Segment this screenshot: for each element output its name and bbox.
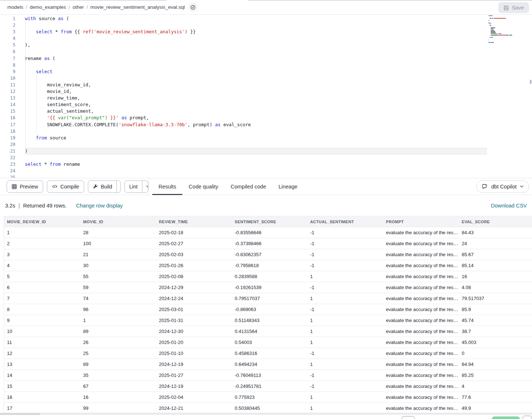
- minimap-line: [488, 35, 524, 35]
- lint-button[interactable]: Lint: [125, 181, 142, 192]
- bottom-bar-button[interactable]: [402, 416, 415, 419]
- dbt-copilot-button[interactable]: dbt Copilot: [476, 180, 529, 193]
- cell-sentiment_score: -0.869063: [232, 307, 307, 312]
- cell-prompt: evaluate the accuracy of the res…: [383, 318, 459, 323]
- tab-lineage[interactable]: Lineage: [272, 178, 304, 195]
- table-row: 13892024-12-190.64942341evaluate the acc…: [4, 359, 532, 370]
- code-line[interactable]: 23select * from rename: [0, 161, 532, 168]
- cell-eval_score: 85.9: [459, 307, 532, 312]
- code-line[interactable]: 3 select * from {{ ref('movie_review_sen…: [0, 29, 532, 35]
- code-line[interactable]: 7rename as (: [0, 55, 532, 62]
- cell-eval_score: 84.43: [459, 230, 532, 235]
- code-line[interactable]: 19 from source: [0, 135, 532, 141]
- code-line[interactable]: 25: [0, 174, 532, 178]
- cell-review_time: 2025-01-31: [156, 318, 232, 323]
- line-number: 25: [0, 174, 15, 178]
- cell-eval_score: 79.517037: [459, 296, 532, 301]
- results-tabs: ResultsCode qualityCompiled codeLineage: [152, 178, 304, 195]
- table-header-row: MOVIE_REVIEW_IDMOVIE_IDREVIEW_TIMESENTIM…: [4, 216, 532, 227]
- build-button-group: Build: [88, 180, 121, 193]
- cell-prompt: evaluate the accuracy of the res…: [383, 241, 459, 246]
- minimap-line: [488, 25, 524, 26]
- copilot-label: dbt Copilot: [491, 184, 517, 190]
- cell-prompt: evaluate the accuracy of the res…: [383, 263, 459, 268]
- minimap-line: [488, 41, 524, 41]
- cell-movie_id: 67: [80, 384, 156, 389]
- horizontal-scrollbar-thumb[interactable]: [0, 413, 40, 415]
- code-line[interactable]: 12 movie_id,: [0, 88, 532, 95]
- code-line[interactable]: 8: [0, 62, 532, 68]
- build-dropdown-chevron[interactable]: [116, 181, 121, 192]
- breadcrumb-segment[interactable]: models: [7, 4, 23, 10]
- code-line[interactable]: 18: [0, 128, 532, 135]
- code-line[interactable]: 1with source as (: [0, 15, 532, 22]
- code-line[interactable]: 13 review_time,: [0, 95, 532, 101]
- cell-review_time: 2024-12-21: [156, 405, 232, 411]
- save-button[interactable]: Save: [498, 2, 529, 13]
- minimap-line: [488, 36, 524, 37]
- editor-minimap[interactable]: [488, 15, 524, 43]
- cell-eval_score: 24: [459, 241, 532, 246]
- cell-movie_id: 96: [80, 307, 156, 312]
- cell-movie_review_id: 13: [4, 362, 80, 367]
- action-buttons: Preview Compile: [0, 178, 149, 195]
- code-line[interactable]: 17 SNOWFLAKE.CORTEX.COMPLETE('snowflake-…: [0, 121, 532, 128]
- status-separator: |: [18, 203, 20, 209]
- prompt-preview-text: evaluate the accuracy of the res…: [386, 405, 458, 411]
- preview-button[interactable]: Preview: [7, 180, 43, 193]
- code-line[interactable]: 6: [0, 48, 532, 55]
- code-line[interactable]: 21): [0, 148, 532, 154]
- change-row-display-link[interactable]: Change row display: [76, 203, 123, 209]
- line-number: 3: [0, 29, 15, 35]
- cell-eval_score: 4: [459, 384, 532, 389]
- code-line[interactable]: 10: [0, 75, 532, 82]
- tab-compiled-code[interactable]: Compiled code: [224, 178, 272, 195]
- cell-movie_id: 25: [80, 351, 156, 356]
- minimap-line: [488, 37, 524, 38]
- cell-movie_id: 35: [80, 373, 156, 378]
- prompt-preview-text: evaluate the accuracy of the res…: [386, 263, 458, 268]
- lint-dropdown-chevron[interactable]: [142, 181, 148, 192]
- cell-sentiment_score: -0.24951781: [232, 384, 307, 389]
- code-line[interactable]: 9 select: [0, 68, 532, 75]
- code-line[interactable]: 16 '{{ var("eval_prompt") }}' as prompt,: [0, 115, 532, 121]
- prompt-preview-text: evaluate the accuracy of the res…: [386, 307, 458, 312]
- code-line[interactable]: 15 actual_sentiment,: [0, 108, 532, 115]
- tab-results[interactable]: Results: [152, 178, 182, 195]
- code-line[interactable]: 2: [0, 22, 532, 29]
- build-button[interactable]: Build: [88, 181, 116, 192]
- table-row: 17992024-12-210.503804451evaluate the ac…: [4, 403, 532, 414]
- bottom-bar-help-button[interactable]: [522, 416, 532, 419]
- breadcrumb-segment[interactable]: other: [72, 4, 84, 10]
- code-line[interactable]: 20: [0, 141, 532, 148]
- copilot-edit-icon[interactable]: [189, 3, 197, 12]
- code-line[interactable]: 11 movie_review_id,: [0, 82, 532, 88]
- code-text: select * from rename: [25, 161, 487, 168]
- cell-movie_review_id: 4: [4, 263, 80, 268]
- cell-sentiment_score: -0.83556646: [232, 230, 307, 235]
- cell-actual_sentiment: 1: [307, 362, 383, 367]
- code-line[interactable]: 24: [0, 168, 532, 174]
- line-number: 17: [0, 121, 15, 128]
- code-text: from source: [25, 135, 487, 141]
- breadcrumb-segment[interactable]: demo_examples: [30, 4, 66, 10]
- minimap-line: [488, 20, 524, 21]
- code-line[interactable]: 4: [0, 35, 532, 42]
- cell-movie_id: 99: [80, 405, 156, 411]
- cell-prompt: evaluate the accuracy of the res…: [383, 405, 459, 411]
- cell-movie_review_id: 11: [4, 340, 80, 345]
- cell-prompt: evaluate the accuracy of the res…: [383, 384, 459, 389]
- code-line[interactable]: 22: [0, 154, 532, 161]
- cell-movie_id: 89: [80, 362, 156, 367]
- cell-sentiment_score: -0.37398466: [232, 241, 307, 246]
- tab-code-quality[interactable]: Code quality: [182, 178, 224, 195]
- code-line[interactable]: 14 sentiment_score,: [0, 101, 532, 108]
- col-header-sentiment_score: SENTIMENT_SCORE: [232, 220, 307, 224]
- download-csv-link[interactable]: Download CSV: [491, 203, 527, 209]
- horizontal-scrollbar[interactable]: [0, 413, 532, 415]
- cell-movie_review_id: 14: [4, 373, 80, 378]
- code-lines[interactable]: 1with source as (23 select * from {{ ref…: [0, 15, 532, 178]
- code-line[interactable]: 5),: [0, 42, 532, 48]
- code-editor[interactable]: 1with source as (23 select * from {{ ref…: [0, 15, 532, 178]
- compile-button[interactable]: Compile: [47, 180, 84, 193]
